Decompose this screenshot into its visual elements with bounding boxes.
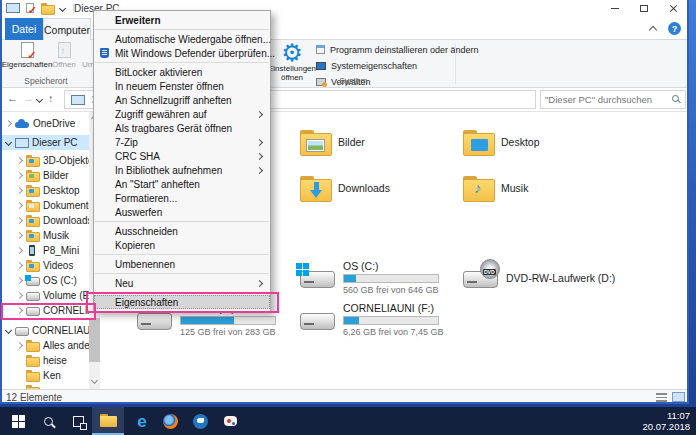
large-icons-view-icon[interactable]: [672, 392, 685, 402]
menu-item-give-access[interactable]: Zugriff gewähren auf: [94, 107, 270, 121]
tile-label: Desktop: [501, 136, 540, 148]
chevron-right-icon[interactable]: [16, 307, 23, 314]
task-view-button[interactable]: [64, 407, 92, 435]
sidebar-item-os-c[interactable]: OS (C:): [0, 273, 89, 288]
close-button[interactable]: [659, 0, 687, 17]
chevron-right-icon[interactable]: [16, 247, 23, 254]
sidebar-item-downloads[interactable]: Downloads: [0, 213, 89, 228]
chevron-right-icon[interactable]: [16, 202, 23, 209]
search-input[interactable]: [545, 92, 667, 107]
defender-icon: [100, 48, 109, 58]
sidebar-item-musik[interactable]: Musik: [0, 228, 89, 243]
downloads-folder-icon: [26, 215, 39, 226]
search-box[interactable]: [540, 90, 686, 109]
maximize-button[interactable]: [630, 0, 658, 17]
menu-item-crc-sha[interactable]: CRC SHA: [94, 149, 270, 163]
computer-icon[interactable]: [6, 2, 19, 14]
taskbar-firefox[interactable]: [156, 407, 184, 435]
chevron-down-icon[interactable]: [5, 327, 12, 334]
sidebar-item-ken[interactable]: Ken: [0, 368, 89, 383]
taskbar-search-button[interactable]: [34, 407, 62, 435]
chevron-down-icon[interactable]: [5, 139, 12, 146]
details-view-icon[interactable]: [656, 393, 667, 402]
tab-datei[interactable]: Datei: [5, 18, 43, 40]
menu-item-bitlocker[interactable]: BitLocker aktivieren: [94, 65, 270, 79]
chevron-right-icon[interactable]: [16, 342, 23, 349]
menu-item-pin-start[interactable]: An "Start" anheften: [94, 177, 270, 191]
drive-icon: [26, 305, 39, 316]
drive-tile-os-c[interactable]: OS (C:) 560 GB frei von 646 GB: [295, 258, 458, 298]
sidebar-item-heise[interactable]: heise: [0, 353, 89, 368]
chevron-right-icon[interactable]: [16, 172, 23, 179]
qat-dropdown-icon[interactable]: [59, 4, 66, 11]
menu-item-copy[interactable]: Kopieren: [94, 238, 270, 252]
sidebar-item-p8-mini[interactable]: P8_Mini: [0, 243, 89, 258]
taskbar-edge[interactable]: e: [128, 407, 156, 435]
recent-locations-icon[interactable]: [36, 96, 43, 103]
taskbar-image-viewer[interactable]: [216, 407, 244, 435]
chevron-right-icon[interactable]: [16, 157, 23, 164]
menu-item-pin-quickaccess[interactable]: An Schnellzugriff anheften: [94, 93, 270, 107]
tile-label: OS (C:): [343, 260, 439, 272]
chevron-right-icon[interactable]: [16, 277, 23, 284]
menu-item-erweitern[interactable]: Erweitern: [94, 13, 270, 27]
menu-item-new-window[interactable]: In neuem Fenster öffnen: [94, 79, 270, 93]
search-icon[interactable]: [672, 95, 679, 102]
menu-item-cut[interactable]: Ausschneiden: [94, 224, 270, 238]
menu-item-autoplay[interactable]: Automatische Wiedergabe öffnen...: [94, 32, 270, 46]
menu-item-defender-scan[interactable]: Mit Windows Defender überprüfen...: [94, 46, 270, 60]
capacity-caption: 560 GB frei von 646 GB: [343, 285, 439, 295]
drive-tile-dvd[interactable]: DVD-RW-Laufwerk (D:): [458, 258, 621, 298]
chevron-right-icon[interactable]: [16, 217, 23, 224]
sidebar-item-3d-objekte[interactable]: 3D-Objekte: [0, 153, 89, 168]
image-viewer-icon: [224, 416, 237, 426]
menu-item-rename[interactable]: Umbenennen: [94, 257, 270, 271]
chevron-right-icon[interactable]: [16, 232, 23, 239]
menu-item-portable-device[interactable]: Als tragbares Gerät öffnen: [94, 121, 270, 135]
menu-item-new[interactable]: Neu: [94, 276, 270, 290]
sidebar-item-alles-andere[interactable]: Alles andere: [0, 338, 89, 353]
system-properties-button[interactable]: Systemeigenschaften: [316, 59, 417, 72]
folder-tile-musik[interactable]: ♪ Musik: [458, 172, 618, 204]
up-icon[interactable]: ↑: [48, 92, 54, 104]
desktop-folder-icon: [463, 130, 493, 154]
collapse-ribbon-icon[interactable]: [649, 26, 657, 34]
tab-computer[interactable]: Computer: [43, 18, 91, 40]
menu-item-eigenschaften[interactable]: Eigenschaften: [94, 295, 270, 309]
chevron-right-icon[interactable]: [16, 292, 23, 299]
capacity-bar: [343, 316, 439, 325]
sidebar-item-videos[interactable]: Videos: [0, 258, 89, 273]
os-drive-icon: [26, 275, 39, 286]
folder-tile-desktop[interactable]: Desktop: [458, 126, 618, 158]
minimize-button[interactable]: [601, 0, 629, 17]
sidebar-item-volume-e[interactable]: Volume (E:): [0, 288, 89, 303]
folder-tile-bilder[interactable]: Bilder: [295, 126, 455, 158]
chevron-right-icon[interactable]: [16, 187, 23, 194]
open-icon: [58, 42, 71, 58]
taskbar-clock[interactable]: 11:07 20.07.2018: [642, 410, 690, 432]
menu-item-include-library[interactable]: In Bibliothek aufnehmen: [94, 163, 270, 177]
folder-tile-downloads[interactable]: Downloads: [295, 172, 455, 204]
sidebar-item-onedrive[interactable]: OneDrive: [0, 116, 89, 131]
taskbar-thunderbird[interactable]: [186, 407, 214, 435]
new-folder-icon[interactable]: [41, 3, 53, 14]
menu-item-7zip[interactable]: 7-Zip: [94, 135, 270, 149]
sidebar-item-corneliauni[interactable]: CORNELIAUNI (F:): [0, 303, 89, 318]
chevron-right-icon[interactable]: [5, 120, 12, 127]
sidebar-item-bilder[interactable]: Bilder: [0, 168, 89, 183]
help-icon[interactable]: ?: [668, 22, 681, 35]
drive-tile-corneliauni[interactable]: CORNELIAUNI (F:) 6,26 GB frei von 7,45 G…: [295, 300, 458, 340]
scrollbar-thumb[interactable]: [89, 318, 100, 362]
scroll-down-icon[interactable]: [91, 377, 98, 384]
start-button[interactable]: [4, 407, 32, 435]
properties-icon[interactable]: [26, 3, 34, 13]
sidebar-item-corneliauni-root[interactable]: CORNELIAUNI (F:): [0, 323, 89, 338]
menu-item-format[interactable]: Formatieren...: [94, 191, 270, 205]
sidebar-item-dieser-pc[interactable]: Dieser PC: [0, 135, 89, 150]
menu-item-eject[interactable]: Auswerfen: [94, 205, 270, 219]
sidebar-item-desktop[interactable]: Desktop: [0, 183, 89, 198]
taskbar-file-explorer[interactable]: [92, 407, 124, 435]
sidebar-item-dokumente[interactable]: Dokumente: [0, 198, 89, 213]
back-icon[interactable]: ←: [7, 92, 18, 104]
chevron-right-icon[interactable]: [16, 262, 23, 269]
